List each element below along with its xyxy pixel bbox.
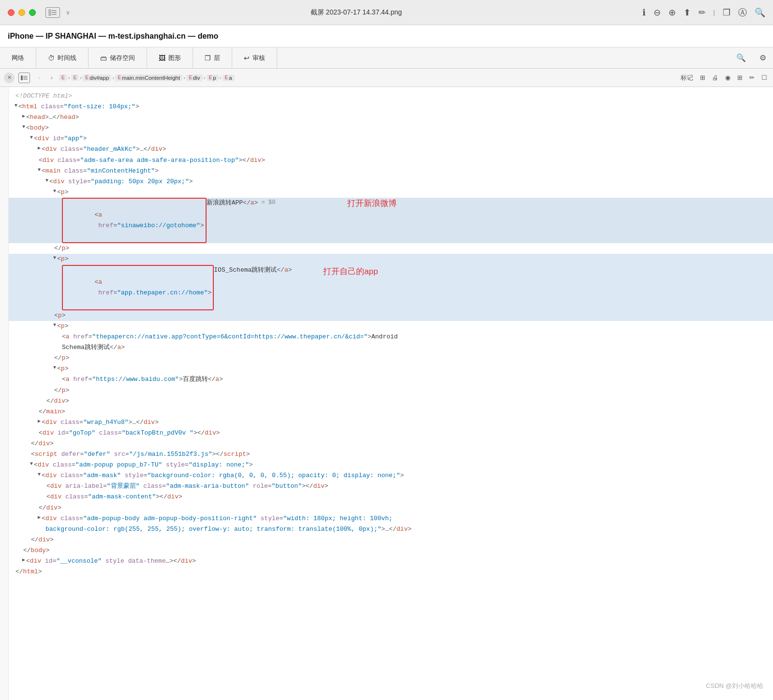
main-area: <!DOCTYPE html> <html class="font-size: … bbox=[0, 87, 773, 700]
target-icon[interactable]: ◉ bbox=[723, 73, 732, 82]
breadcrumb-p[interactable]: E p bbox=[207, 74, 219, 81]
breadcrumb-div[interactable]: E div bbox=[186, 74, 202, 81]
code-line-a-thepaper[interactable]: <a href="app.thepaper.cn://home"> IOS_Sc… bbox=[9, 265, 773, 310]
zoom-out-icon[interactable]: ⊖ bbox=[654, 7, 661, 18]
triangle-wrap[interactable] bbox=[38, 417, 41, 425]
code-line-a-baidu[interactable]: <a href="https://www.baidu.com">百度跳转</a> bbox=[9, 374, 773, 385]
panel-icon[interactable]: ☐ bbox=[759, 73, 769, 82]
triangle-p3[interactable] bbox=[53, 321, 56, 329]
code-line-vconsole[interactable]: <div id="__vconsole" style data-theme…><… bbox=[9, 556, 773, 567]
code-line-wrap[interactable]: <div class="wrap_h4Yu8">…</div> bbox=[9, 417, 773, 428]
code-line-div-padding[interactable]: <div style="padding: 50px 20px 20px;"> bbox=[9, 176, 773, 187]
breadcrumb: E › E › E div#app › E main.minContentHei… bbox=[59, 74, 673, 81]
pencil-icon[interactable]: ✏ bbox=[747, 73, 757, 82]
triangle-admpopup[interactable] bbox=[30, 460, 33, 468]
chevron-down-icon[interactable]: ∨ bbox=[66, 9, 70, 16]
code-line-head[interactable]: <head>…</head> bbox=[9, 112, 773, 123]
triangle-html[interactable] bbox=[15, 102, 17, 110]
nav-forward-button[interactable]: › bbox=[46, 73, 57, 83]
accessibility-icon[interactable]: Ⓐ bbox=[738, 7, 747, 18]
thepaper-link-box[interactable]: <a href="app.thepaper.cn://home"> bbox=[62, 265, 214, 310]
title-bar-actions: ℹ ⊖ ⊕ ⬆ ✏ | ❐ Ⓐ 🔍 bbox=[642, 7, 765, 18]
code-line-p1[interactable]: <p> bbox=[9, 187, 773, 198]
sidebar-toggle[interactable] bbox=[45, 7, 60, 18]
code-line-adm-popup[interactable]: <div class="adm-popup popup_b7-TU" style… bbox=[9, 460, 773, 470]
print-icon[interactable]: 🖨 bbox=[710, 73, 720, 82]
grid-icon[interactable]: ⊞ bbox=[698, 73, 707, 82]
zoom-in-icon[interactable]: ⊕ bbox=[669, 7, 676, 18]
search-button[interactable]: 🔍 bbox=[729, 47, 753, 69]
elem-icon4: E bbox=[118, 75, 121, 80]
close-button[interactable] bbox=[8, 9, 15, 16]
triangle-header[interactable] bbox=[38, 144, 41, 152]
triangle-padding[interactable] bbox=[45, 176, 48, 185]
breadcrumb-div-app[interactable]: E div#app bbox=[83, 74, 111, 81]
tab-audit[interactable]: ↩ 审核 bbox=[232, 47, 277, 69]
breadcrumb-sep4: › bbox=[183, 74, 185, 81]
device-title: iPhone — IP SHANGHAI — m-test.ipshanghai… bbox=[8, 32, 218, 41]
code-line-adm-mask[interactable]: <div class="adm-mask" style="background-… bbox=[9, 470, 773, 481]
elem-icon6: E bbox=[209, 75, 212, 80]
timeline-label: 时间线 bbox=[58, 54, 76, 62]
triangle-main[interactable] bbox=[38, 166, 41, 174]
info-icon[interactable]: ℹ bbox=[642, 7, 646, 18]
fullscreen-button[interactable] bbox=[29, 9, 36, 16]
share-icon[interactable]: ⬆ bbox=[684, 7, 691, 18]
tab-storage[interactable]: 🗃 储存空间 bbox=[89, 47, 147, 69]
code-line-adm-popup-body[interactable]: <div class="adm-popup-body adm-popup-bod… bbox=[9, 513, 773, 524]
tab-graphics[interactable]: 🖼 图形 bbox=[147, 47, 193, 69]
nav-back-button[interactable]: ‹ bbox=[34, 73, 45, 83]
search-icon[interactable]: 🔍 bbox=[755, 7, 765, 18]
breadcrumb-sep5: › bbox=[204, 74, 206, 81]
code-line-p3[interactable]: <p> bbox=[9, 321, 773, 332]
triangle-admmask[interactable] bbox=[38, 470, 41, 479]
breadcrumb-a[interactable]: E a bbox=[223, 74, 235, 81]
code-line-div-app[interactable]: <div id="app"> bbox=[9, 133, 773, 144]
tab-network[interactable]: 网络 bbox=[0, 47, 36, 69]
triangle-div-app[interactable] bbox=[30, 133, 33, 142]
clock-icon: ⏱ bbox=[48, 54, 55, 62]
attr-class: class bbox=[37, 102, 60, 112]
minimize-button[interactable] bbox=[18, 9, 25, 16]
triangle-popup-body[interactable] bbox=[38, 513, 41, 522]
annotation-thepaper: 打开自己的app bbox=[323, 265, 378, 279]
settings-button[interactable]: ⚙ bbox=[753, 47, 773, 69]
punct-html-open: < bbox=[18, 102, 22, 112]
edit-icon[interactable]: ✏ bbox=[699, 7, 706, 18]
inspector-close-button[interactable]: ✕ bbox=[4, 73, 15, 83]
triangle-p4[interactable] bbox=[53, 364, 56, 372]
tab-timeline[interactable]: ⏱ 时间线 bbox=[36, 47, 89, 69]
code-line-p4-close: </p> bbox=[9, 385, 773, 396]
code-line-main[interactable]: <main class="minContentHeight"> bbox=[9, 166, 773, 176]
audit-label: 审核 bbox=[253, 54, 265, 62]
breadcrumb-main-label: main.minContentHeight bbox=[122, 75, 180, 81]
triangle-body[interactable] bbox=[22, 123, 25, 131]
code-panel[interactable]: <!DOCTYPE html> <html class="font-size: … bbox=[9, 87, 773, 700]
layout-icon[interactable]: ⊞ bbox=[735, 73, 744, 82]
code-line-main-close: </main> bbox=[9, 407, 773, 417]
code-line-p4[interactable]: <p> bbox=[9, 364, 773, 374]
triangle-head[interactable] bbox=[22, 112, 25, 120]
tab-layers[interactable]: ❐ 层 bbox=[193, 47, 232, 69]
dom-inspector-icon[interactable] bbox=[18, 73, 30, 83]
code-line-body[interactable]: <body> bbox=[9, 123, 773, 133]
triangle-vconsole[interactable] bbox=[22, 556, 25, 564]
code-line-a-sinaweibo[interactable]: <a href="sinaweibo://gotohome"> 新浪跳转APP<… bbox=[9, 198, 773, 243]
breadcrumb-elem2[interactable]: E bbox=[71, 74, 79, 81]
title-bar: ∨ 截屏 2023-07-17 14.37.44.png ℹ ⊖ ⊕ ⬆ ✏ |… bbox=[0, 0, 773, 25]
triangle-p1[interactable] bbox=[53, 187, 56, 195]
code-line-p2[interactable]: <p> bbox=[9, 254, 773, 264]
code-line-a-android[interactable]: <a href="thepapercn://native.app?contTyp… bbox=[9, 332, 773, 342]
code-line-adm-mask-content: <div class="adm-mask-content"></div> bbox=[9, 492, 773, 502]
window-icon[interactable]: ❐ bbox=[723, 7, 730, 18]
mark-button[interactable]: 标记 bbox=[679, 73, 695, 83]
code-line-html[interactable]: <html class="font-size: 104px;"> bbox=[9, 102, 773, 112]
code-line-header[interactable]: <div class="header_mAkKc">…</div> bbox=[9, 144, 773, 155]
triangle-p2[interactable] bbox=[53, 254, 56, 262]
breadcrumb-elem1[interactable]: E bbox=[59, 74, 67, 81]
breadcrumb-main[interactable]: E main.minContentHeight bbox=[115, 74, 182, 81]
code-line-p1-close: </p> bbox=[9, 243, 773, 254]
svg-rect-7 bbox=[23, 79, 28, 80]
sinaweibo-link-box[interactable]: <a href="sinaweibo://gotohome"> bbox=[62, 198, 207, 243]
inspector-toolbar: ✕ ‹ › E › E › E div#app › E main.minCont… bbox=[0, 69, 773, 87]
